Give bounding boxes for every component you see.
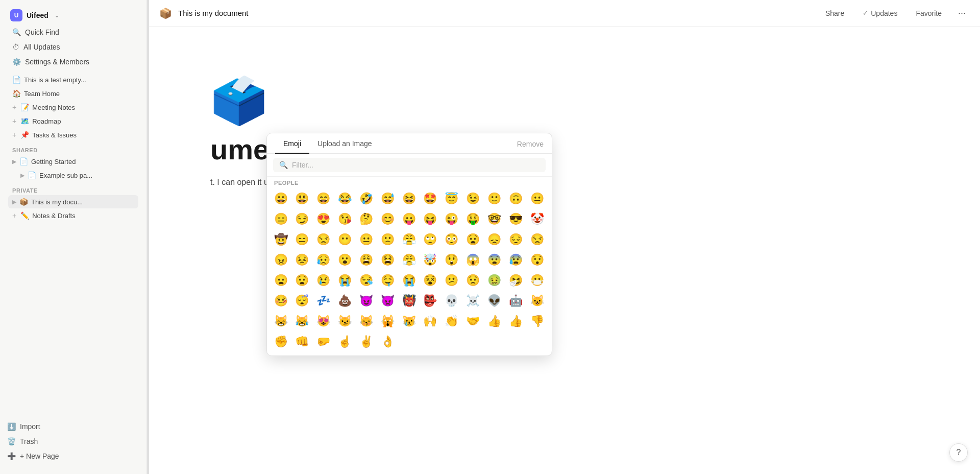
emoji-cell[interactable]: 😰 bbox=[506, 250, 525, 270]
emoji-cell[interactable]: 🤒 bbox=[271, 291, 290, 311]
emoji-cell[interactable]: 👎 bbox=[527, 312, 547, 331]
emoji-cell[interactable]: 👺 bbox=[421, 291, 440, 311]
favorite-button[interactable]: Favorite bbox=[910, 7, 948, 20]
emoji-cell[interactable]: 🤡 bbox=[527, 209, 547, 229]
emoji-cell[interactable]: 😛 bbox=[399, 209, 419, 229]
sidebar-item-all-updates[interactable]: ⏱ All Updates bbox=[8, 40, 138, 54]
emoji-cell[interactable]: 😃 bbox=[292, 189, 312, 208]
emoji-cell[interactable]: 🙌 bbox=[421, 312, 440, 331]
emoji-cell[interactable]: 🤓 bbox=[484, 209, 504, 229]
emoji-cell[interactable]: 😸 bbox=[271, 312, 290, 331]
emoji-cell[interactable]: 😤 bbox=[399, 250, 419, 270]
updates-button[interactable]: ✓ Updates bbox=[856, 7, 903, 20]
emoji-cell[interactable]: 🙁 bbox=[378, 230, 397, 249]
emoji-cell[interactable]: ✊ bbox=[271, 332, 290, 351]
emoji-cell[interactable]: 😲 bbox=[442, 250, 461, 270]
emoji-cell[interactable]: 👏 bbox=[442, 312, 461, 331]
emoji-cell[interactable]: 😊 bbox=[378, 209, 397, 229]
emoji-cell[interactable]: 😕 bbox=[442, 271, 461, 290]
emoji-cell[interactable]: 😭 bbox=[335, 271, 355, 290]
sidebar-item-import[interactable]: ⬇️ Import bbox=[2, 419, 144, 434]
emoji-cell[interactable]: 😱 bbox=[463, 250, 483, 270]
tab-emoji[interactable]: Emoji bbox=[275, 133, 309, 154]
emoji-cell[interactable]: 🙂 bbox=[484, 189, 504, 208]
emoji-cell[interactable]: 🙀 bbox=[378, 312, 397, 331]
emoji-cell[interactable]: 😮 bbox=[335, 250, 355, 270]
emoji-cell[interactable]: 🤠 bbox=[271, 230, 290, 249]
tab-upload-image[interactable]: Upload an Image bbox=[309, 133, 380, 154]
emoji-cell[interactable]: 😘 bbox=[335, 209, 355, 229]
emoji-cell[interactable]: 😹 bbox=[292, 312, 312, 331]
emoji-cell[interactable]: 😥 bbox=[314, 250, 333, 270]
emoji-cell[interactable]: 😐 bbox=[356, 230, 376, 249]
emoji-cell[interactable]: 😀 bbox=[271, 189, 290, 208]
emoji-cell[interactable]: 😼 bbox=[335, 312, 355, 331]
emoji-cell[interactable]: 🤤 bbox=[378, 271, 397, 290]
sidebar-item-quick-find[interactable]: 🔍 Quick Find bbox=[8, 25, 138, 39]
emoji-cell[interactable]: 💀 bbox=[442, 291, 461, 311]
emoji-cell[interactable]: 😐 bbox=[527, 189, 547, 208]
emoji-cell[interactable]: 🤔 bbox=[356, 209, 376, 229]
sidebar-item-new-page[interactable]: ➕ + New Page bbox=[2, 449, 144, 463]
emoji-cell[interactable]: 😧 bbox=[463, 230, 483, 249]
workspace-header[interactable]: U Uifeed ⌄ bbox=[6, 6, 140, 25]
emoji-cell[interactable]: 😂 bbox=[335, 189, 355, 208]
emoji-cell[interactable]: 😑 bbox=[271, 209, 290, 229]
emoji-cell[interactable]: ☝️ bbox=[335, 332, 355, 351]
emoji-cell[interactable]: 👌 bbox=[378, 332, 397, 351]
emoji-cell[interactable]: 👽 bbox=[484, 291, 504, 311]
emoji-cell[interactable]: 😶 bbox=[335, 230, 355, 249]
emoji-cell[interactable]: 🤣 bbox=[356, 189, 376, 208]
emoji-cell[interactable]: 😔 bbox=[506, 230, 525, 249]
emoji-cell[interactable]: 👍 bbox=[484, 312, 504, 331]
emoji-cell[interactable]: ☠️ bbox=[463, 291, 483, 311]
sidebar-item-team-home[interactable]: 🏠 Team Home bbox=[8, 87, 138, 100]
emoji-cell[interactable]: 😣 bbox=[292, 250, 312, 270]
emoji-cell[interactable]: 😨 bbox=[484, 250, 504, 270]
sidebar-item-settings[interactable]: ⚙️ Settings & Members bbox=[8, 55, 138, 69]
emoji-cell[interactable]: 🤑 bbox=[463, 209, 483, 229]
emoji-cell[interactable]: 👿 bbox=[378, 291, 397, 311]
emoji-cell[interactable]: 😄 bbox=[314, 189, 333, 208]
emoji-cell[interactable]: 💤 bbox=[314, 291, 333, 311]
emoji-cell[interactable]: 😷 bbox=[527, 271, 547, 290]
emoji-cell[interactable]: 🤛 bbox=[314, 332, 333, 351]
emoji-cell[interactable]: 👊 bbox=[292, 332, 312, 351]
emoji-cell[interactable]: 😻 bbox=[314, 312, 333, 331]
emoji-cell[interactable]: 😏 bbox=[292, 209, 312, 229]
emoji-cell[interactable]: 😇 bbox=[442, 189, 461, 208]
emoji-cell[interactable]: 😍 bbox=[314, 209, 333, 229]
emoji-cell[interactable]: 😺 bbox=[527, 291, 547, 311]
emoji-cell[interactable]: 😪 bbox=[356, 271, 376, 290]
emoji-cell[interactable]: 😜 bbox=[442, 209, 461, 229]
emoji-cell[interactable]: 😆 bbox=[399, 189, 419, 208]
emoji-filter-input[interactable] bbox=[292, 161, 540, 169]
sidebar-item-notes-drafts[interactable]: + ✏️ Notes & Drafts bbox=[8, 209, 138, 222]
sidebar-item-tasks[interactable]: + 📌 Tasks & Issues bbox=[8, 128, 138, 141]
emoji-cell[interactable]: 😵 bbox=[421, 271, 440, 290]
emoji-cell[interactable]: 🤧 bbox=[506, 271, 525, 290]
sidebar-item-test-empty[interactable]: 📄 This is a test empty... bbox=[8, 73, 138, 86]
help-button[interactable]: ? bbox=[949, 443, 968, 462]
emoji-cell[interactable]: 😉 bbox=[463, 189, 483, 208]
more-options-button[interactable]: ··· bbox=[954, 5, 970, 21]
emoji-cell[interactable]: 🤖 bbox=[506, 291, 525, 311]
sidebar-item-example-sub[interactable]: ▶ 📄 Example sub pa... bbox=[8, 169, 138, 182]
emoji-cell[interactable]: 😿 bbox=[399, 312, 419, 331]
sidebar-item-getting-started[interactable]: ▶ 📄 Getting Started bbox=[8, 155, 138, 168]
emoji-cell[interactable]: 👹 bbox=[399, 291, 419, 311]
sidebar-item-meeting-notes[interactable]: + 📝 Meeting Notes bbox=[8, 101, 138, 114]
emoji-cell[interactable]: 🤢 bbox=[484, 271, 504, 290]
emoji-cell[interactable]: 🤝 bbox=[463, 312, 483, 331]
share-button[interactable]: Share bbox=[819, 7, 850, 20]
emoji-cell[interactable]: 😴 bbox=[292, 291, 312, 311]
emoji-cell[interactable]: 👍 bbox=[506, 312, 525, 331]
emoji-cell[interactable]: 😯 bbox=[527, 250, 547, 270]
emoji-cell[interactable]: 😞 bbox=[484, 230, 504, 249]
emoji-cell[interactable]: 😒 bbox=[527, 230, 547, 249]
emoji-cell[interactable]: 😢 bbox=[314, 271, 333, 290]
emoji-cell[interactable]: 😅 bbox=[378, 189, 397, 208]
emoji-cell[interactable]: 😦 bbox=[271, 271, 290, 290]
emoji-cell[interactable]: 🤩 bbox=[421, 189, 440, 208]
emoji-cell[interactable]: 🤯 bbox=[421, 250, 440, 270]
